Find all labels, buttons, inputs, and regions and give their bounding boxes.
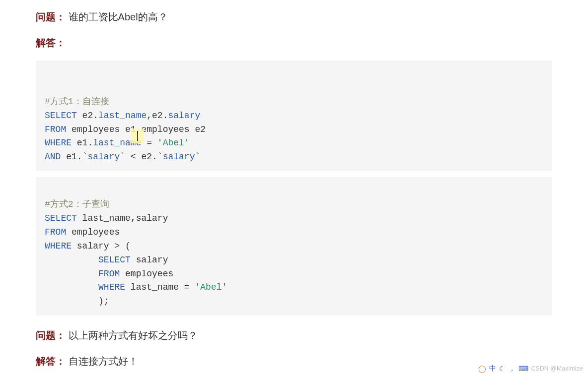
answer-1-label: 解答： [36,37,66,48]
moon-icon[interactable]: ☾ [499,365,506,373]
text-cursor-highlight [131,128,144,143]
answer-2-text: 自连接方式好！ [69,356,138,367]
question-2: 问题： 以上两种方式有好坏之分吗？ [36,327,552,343]
answer-2: 解答： 自连接方式好！ [36,353,552,369]
answer-2-label: 解答： [36,356,66,367]
text-caret-icon [137,131,138,141]
question-1-label: 问题： [36,11,66,22]
question-1-text: 谁的工资比Abel的高？ [69,11,168,22]
question-1: 问题： 谁的工资比Abel的高？ [36,9,552,25]
code-comment: #方式2：子查询 [45,199,109,209]
ime-ring-icon[interactable]: ◯ [478,365,486,373]
article-content: 问题： 谁的工资比Abel的高？ 解答： #方式1：自连接 SELECT e2.… [0,0,588,377]
ime-status-bar: ◯ 中 ☾ ， ⌨ CSDN @Maximize [476,363,585,374]
answer-1: 解答： [36,35,552,51]
ime-language-indicator[interactable]: 中 [489,364,496,373]
ime-punct-indicator[interactable]: ， [509,364,515,373]
code-block-1[interactable]: #方式1：自连接 SELECT e2.last_name,e2.salary F… [36,61,552,171]
watermark-text: CSDN @Maximize [531,365,583,372]
code-keyword: SELECT [45,111,77,121]
keyboard-icon[interactable]: ⌨ [518,365,528,373]
question-2-label: 问题： [36,330,66,341]
code-block-2[interactable]: #方式2：子查询 SELECT last_name,salary FROM em… [36,177,552,315]
question-2-text: 以上两种方式有好坏之分吗？ [69,330,198,341]
code-comment: #方式1：自连接 [45,97,109,107]
